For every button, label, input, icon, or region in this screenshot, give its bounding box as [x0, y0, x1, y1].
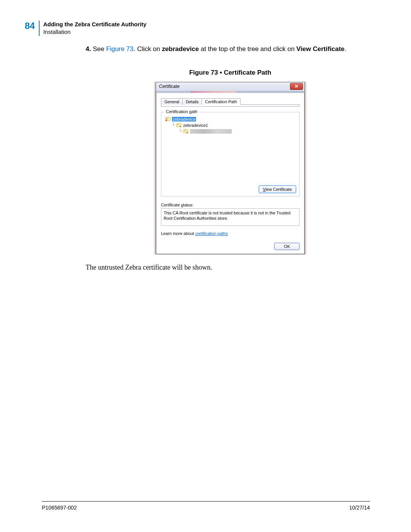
section-title: Installation [43, 28, 147, 36]
tab-general[interactable]: General [161, 98, 183, 105]
certificate-status-box: This CA Root certificate is not trusted … [161, 208, 299, 226]
step-bold-2: View Certificate [296, 45, 344, 53]
tree-root-row[interactable]: zebradevice [165, 116, 295, 122]
status-label-suffix: tatus: [183, 203, 193, 207]
close-button[interactable]: ✕ [290, 83, 303, 90]
group-legend: Certification path [164, 109, 199, 114]
svg-rect-7 [177, 124, 179, 125]
header-text: Adding the Zebra Certificate Authority I… [43, 21, 147, 36]
page-footer: P1065697-002 10/27/14 [42, 501, 370, 511]
dialog-body: General Details Certification Path Certi… [156, 93, 304, 254]
step-text-2: . Click on [134, 45, 162, 53]
view-cert-row: View Certificate [164, 183, 296, 193]
certificate-dialog: Certificate ✕ General Details Certificat… [156, 82, 305, 254]
view-btn-text: iew Certificate [266, 187, 292, 192]
certificate-icon [176, 123, 182, 128]
window-frame: Certificate ✕ General Details Certificat… [156, 82, 305, 254]
tab-strip: General Details Certification Path [161, 98, 299, 105]
window-shadow-right [305, 82, 307, 254]
step-text-4: . [344, 45, 346, 53]
svg-rect-1 [166, 118, 168, 118]
tree-root-label: zebradevice [172, 117, 196, 121]
step-text-3: at the top of the tree and click on [199, 45, 296, 53]
view-btn-hotkey: V [263, 187, 266, 192]
svg-rect-12 [184, 131, 186, 131]
tab-certification-path[interactable]: Certification Path [202, 98, 241, 105]
certification-path-group: Certification path zebradevice [161, 112, 299, 197]
step-4: 4. See Figure 73. Click on zebradevice a… [86, 45, 375, 54]
step-bold-1: zebradevice [162, 45, 199, 53]
learn-more-row: Learn more about certification paths [161, 231, 299, 236]
svg-point-13 [187, 132, 188, 133]
page-header: 84 Adding the Zebra Certificate Authorit… [25, 21, 388, 36]
step-number: 4. [86, 45, 91, 53]
svg-rect-5 [166, 121, 167, 121]
tab-details[interactable]: Details [182, 98, 202, 105]
tree-branch-icon: └ [179, 129, 182, 134]
chapter-title: Adding the Zebra Certificate Authority [43, 21, 147, 28]
document-page: 84 Adding the Zebra Certificate Authorit… [0, 0, 411, 532]
svg-rect-11 [184, 130, 186, 131]
figure-caption: Figure 73 • Certificate Path [86, 69, 375, 77]
dialog-button-row: OK [161, 243, 299, 250]
tree-leaf-label-redacted [190, 129, 232, 134]
certificate-icon [183, 129, 188, 134]
legend-suffix: ath [191, 109, 197, 114]
status-label-prefix: Certificate [161, 203, 181, 207]
certification-paths-link[interactable]: certification paths [195, 231, 228, 236]
document-id: P1065697-002 [42, 505, 77, 511]
svg-rect-4 [166, 120, 167, 121]
view-certificate-button[interactable]: View Certificate [259, 185, 296, 193]
step-text-1: See [93, 45, 106, 53]
certificate-tree[interactable]: zebradevice └ zebradevice1 [164, 115, 296, 183]
ok-button[interactable]: OK [274, 243, 299, 250]
figure-73-link[interactable]: Figure 73 [106, 45, 134, 53]
legend-prefix: Certification [166, 109, 189, 114]
header-divider [39, 21, 40, 36]
page-number: 84 [25, 21, 39, 31]
after-figure-text: The untrusted Zebra certificate will be … [86, 264, 375, 272]
titlebar-accent [156, 91, 304, 93]
learn-more-prefix: Learn more about [161, 231, 195, 236]
title-bar: Certificate ✕ [156, 82, 304, 91]
tree-leaf-row[interactable]: └ [165, 128, 295, 134]
tree-branch-icon: └ [172, 123, 175, 128]
svg-rect-8 [177, 125, 180, 125]
window-title: Certificate [158, 84, 180, 89]
svg-point-9 [180, 126, 181, 127]
certificate-status-label: Certificate status: [161, 203, 299, 207]
figure-73: Certificate ✕ General Details Certificat… [156, 82, 305, 254]
page-body: 4. See Figure 73. Click on zebradevice a… [86, 45, 375, 272]
certificate-warning-icon [165, 117, 170, 121]
tree-child-label: zebradevice1 [183, 123, 208, 128]
tree-child-row[interactable]: └ zebradevice1 [165, 122, 295, 128]
footer-date: 10/27/14 [349, 505, 370, 511]
svg-rect-2 [166, 119, 169, 119]
window-shadow-left [153, 82, 156, 254]
close-icon: ✕ [295, 84, 298, 89]
